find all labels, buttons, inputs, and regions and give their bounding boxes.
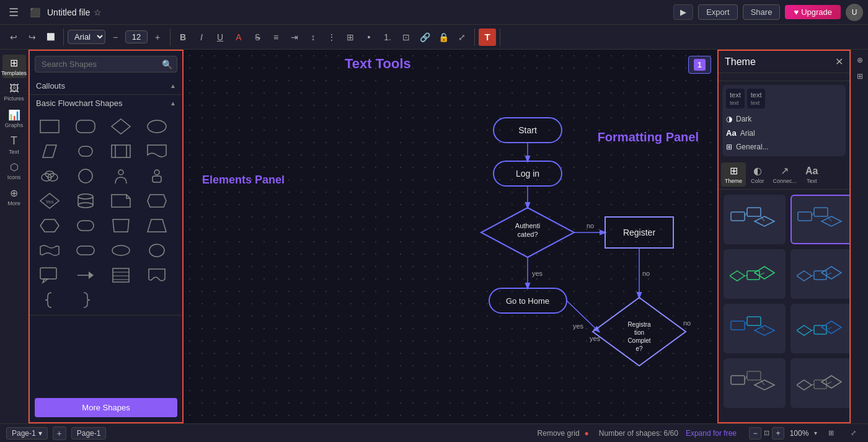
- tab-theme[interactable]: ⊞ Theme: [721, 162, 746, 187]
- right-icon-1[interactable]: ⊕: [853, 53, 867, 67]
- text-style-button[interactable]: T: [479, 29, 496, 46]
- frame-button[interactable]: ⬜: [42, 29, 60, 46]
- font-size-minus-button[interactable]: −: [107, 29, 124, 46]
- basic-flowchart-header[interactable]: Basic Flowchart Shapes ▲: [30, 95, 182, 112]
- shape-diamond[interactable]: [107, 115, 135, 138]
- shape-trapezoid[interactable]: [107, 214, 135, 237]
- shape-brace-right[interactable]: [72, 289, 99, 311]
- star-icon[interactable]: ☆: [94, 7, 102, 17]
- shape-rounded-rect[interactable]: [72, 115, 99, 138]
- general-option[interactable]: ⊞ General...: [726, 141, 842, 152]
- theme-style-7[interactable]: [724, 358, 786, 408]
- sidebar-item-graphs[interactable]: 📊 Graphs: [2, 107, 26, 130]
- more-shapes-button[interactable]: More Shapes: [35, 398, 177, 417]
- sidebar-item-pictures[interactable]: 🖼 Pictures: [2, 81, 26, 104]
- callouts-header[interactable]: Callouts ▲: [30, 77, 182, 94]
- shape-process[interactable]: [107, 140, 135, 162]
- zoom-in-button[interactable]: +: [772, 427, 784, 440]
- shape-hexagon[interactable]: [36, 214, 63, 237]
- shape-lens2[interactable]: [143, 239, 170, 262]
- theme-style-4[interactable]: [790, 249, 849, 299]
- shape-stadium[interactable]: [72, 140, 99, 162]
- shape-person[interactable]: [107, 165, 135, 187]
- shape-cloud[interactable]: [36, 165, 63, 187]
- link-button[interactable]: 🔗: [416, 29, 433, 46]
- canvas-area[interactable]: Text Tools Elements Panel Formatting Pan…: [184, 50, 717, 423]
- shape-lens[interactable]: [107, 239, 135, 262]
- shape-trapezoid2[interactable]: [143, 214, 170, 237]
- shape-round-rect2[interactable]: [72, 214, 99, 237]
- theme-style-3[interactable]: [724, 249, 786, 299]
- upgrade-button[interactable]: ♥ Upgrade: [785, 5, 841, 19]
- sidebar-item-more[interactable]: ⊕ More: [2, 185, 26, 208]
- shape-parallelogram[interactable]: [36, 140, 63, 162]
- shape-callout-rect[interactable]: [36, 264, 63, 286]
- shape-rect[interactable]: [36, 115, 63, 138]
- shape-circle[interactable]: [72, 165, 99, 187]
- present-button[interactable]: ▶: [673, 4, 693, 20]
- dark-option[interactable]: ◑ Dark: [726, 113, 842, 125]
- theme-panel-close[interactable]: ✕: [835, 56, 843, 68]
- list-button[interactable]: ⋮: [323, 29, 340, 46]
- remove-grid-label[interactable]: Remove grid: [538, 429, 580, 438]
- theme-style-6[interactable]: [790, 304, 849, 353]
- shape-brace-left[interactable]: [36, 289, 63, 311]
- tab-connect[interactable]: ↗ Connec...: [769, 162, 801, 187]
- shape-note[interactable]: [107, 190, 135, 212]
- share-button[interactable]: Share: [743, 4, 781, 20]
- indent-button[interactable]: ⇥: [286, 29, 303, 46]
- avatar[interactable]: U: [846, 4, 863, 21]
- theme-style-2[interactable]: [790, 195, 849, 244]
- table-button[interactable]: ⊞: [342, 29, 359, 46]
- zoom-chevron[interactable]: ▾: [814, 430, 817, 436]
- page-tab-dropdown[interactable]: Page-1 ▾: [6, 427, 48, 440]
- shape-arrow-right[interactable]: [72, 264, 99, 286]
- bold-button[interactable]: B: [174, 29, 192, 46]
- menu-icon[interactable]: ☰: [5, 4, 22, 21]
- search-input[interactable]: [35, 56, 177, 73]
- tab-color[interactable]: ◐ Color: [747, 162, 768, 187]
- fit-icon[interactable]: ⊡: [764, 429, 769, 437]
- expand-label[interactable]: Expand for free: [686, 429, 737, 438]
- sidebar-item-templates[interactable]: ⊞ Templates: [2, 55, 26, 78]
- expand-button[interactable]: ⤢: [453, 29, 471, 46]
- lock-button[interactable]: 🔒: [435, 29, 452, 46]
- num-list-button[interactable]: 1.: [379, 29, 396, 46]
- grid-toggle-button[interactable]: ⊞: [822, 425, 839, 442]
- shape-oval[interactable]: [143, 115, 170, 138]
- theme-style-1[interactable]: [724, 195, 786, 244]
- spacing-button[interactable]: ↕: [304, 29, 322, 46]
- shape-rounded2[interactable]: [72, 239, 99, 262]
- page-1-tab[interactable]: Page-1: [71, 427, 107, 440]
- sidebar-item-icons[interactable]: ⬡ Icons: [2, 159, 26, 182]
- bullet-button[interactable]: •: [360, 29, 378, 46]
- italic-button[interactable]: I: [193, 29, 210, 46]
- position-button[interactable]: ⊡: [397, 29, 415, 46]
- theme-style-8[interactable]: [790, 358, 849, 408]
- shape-display[interactable]: [143, 190, 170, 212]
- font-size-plus-button[interactable]: +: [149, 29, 166, 46]
- theme-style-5[interactable]: [724, 304, 786, 353]
- underline-button[interactable]: U: [211, 29, 229, 46]
- shape-data-list[interactable]: [107, 264, 135, 286]
- tab-text[interactable]: Aa Text: [802, 163, 822, 187]
- export-button[interactable]: Export: [698, 4, 738, 20]
- sidebar-toggle-icon[interactable]: ⬛: [26, 4, 43, 21]
- shape-decision-yes[interactable]: Yes: [36, 190, 63, 212]
- zoom-out-button[interactable]: −: [749, 427, 761, 440]
- strikethrough-button[interactable]: S̶: [249, 29, 266, 46]
- right-icon-2[interactable]: ⊞: [853, 69, 867, 83]
- font-size-input[interactable]: [125, 30, 148, 43]
- shape-paper[interactable]: [143, 264, 170, 286]
- undo-button[interactable]: ↩: [5, 29, 22, 46]
- font-family-select[interactable]: Arial: [68, 30, 105, 44]
- redo-button[interactable]: ↪: [24, 29, 41, 46]
- shape-person2[interactable]: [143, 165, 170, 187]
- shape-tape[interactable]: [36, 239, 63, 262]
- arial-option[interactable]: Aa Arial: [726, 127, 842, 139]
- align-button[interactable]: ≡: [267, 29, 285, 46]
- shape-cylinder[interactable]: [72, 190, 99, 212]
- shape-document[interactable]: [143, 140, 170, 162]
- sidebar-item-text[interactable]: T Text: [2, 133, 26, 156]
- font-color-button[interactable]: A: [230, 29, 247, 46]
